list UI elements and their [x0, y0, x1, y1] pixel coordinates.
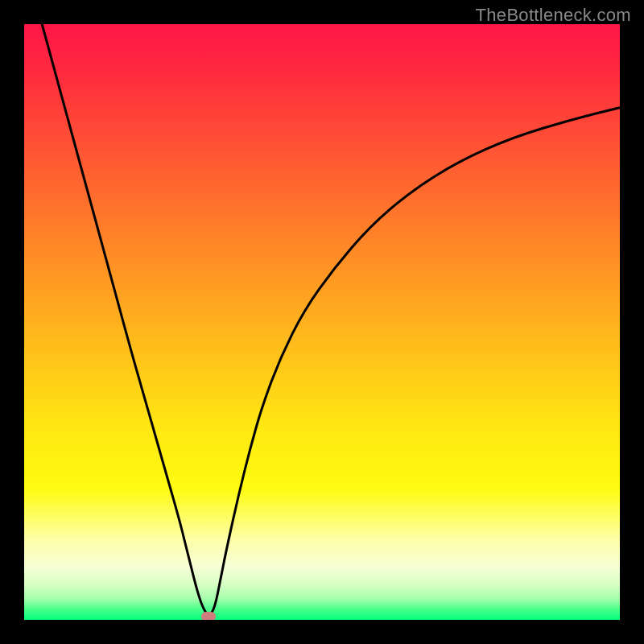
optimal-point-marker	[201, 612, 216, 620]
watermark-text: TheBottleneck.com	[476, 5, 631, 26]
bottleneck-curve	[24, 24, 620, 620]
chart-plot-area	[24, 24, 620, 620]
